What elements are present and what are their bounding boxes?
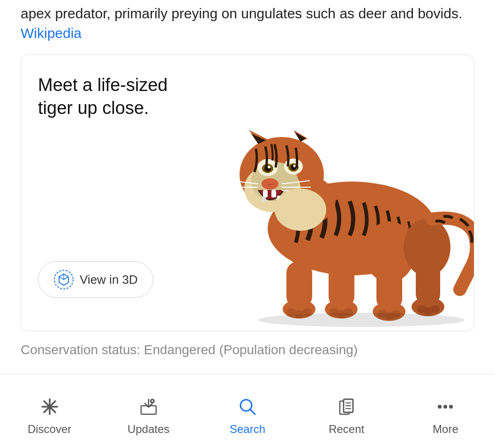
svg-point-76	[449, 405, 453, 409]
discover-label: Discover	[28, 423, 71, 436]
svg-line-67	[250, 410, 255, 414]
search-label: Search	[230, 423, 265, 436]
svg-point-60	[48, 405, 52, 409]
svg-point-21	[293, 165, 296, 167]
nav-item-recent[interactable]: Recent	[297, 387, 396, 436]
nav-item-discover[interactable]: Discover	[0, 387, 99, 436]
svg-rect-25	[262, 197, 266, 202]
svg-line-4	[59, 277, 64, 280]
card-left-section: Meet a life-sized tiger up close. View i…	[21, 55, 240, 331]
top-paragraph: apex predator, primarily preying on ungu…	[0, 0, 495, 43]
nav-item-updates[interactable]: Updates	[99, 387, 198, 436]
cube-3d-icon	[53, 269, 74, 290]
svg-point-20	[268, 166, 270, 168]
svg-rect-24	[271, 190, 276, 197]
svg-point-32	[275, 189, 326, 231]
svg-point-35	[286, 308, 296, 316]
updates-icon	[136, 395, 161, 419]
svg-point-54	[430, 305, 440, 313]
svg-rect-23	[263, 190, 268, 197]
svg-point-55	[258, 313, 465, 327]
more-label: More	[433, 423, 458, 436]
search-icon	[235, 395, 260, 419]
nav-item-more[interactable]: More	[396, 387, 495, 436]
card-title: Meet a life-sized tiger up close.	[38, 74, 207, 120]
more-icon	[433, 395, 458, 419]
svg-point-74	[438, 405, 442, 409]
bottom-navigation: Discover Updates Search	[0, 374, 495, 448]
paragraph-text: apex predator, primarily preying on ungu…	[21, 6, 462, 21]
tiger-image	[240, 55, 474, 331]
discover-icon	[38, 395, 62, 419]
view-in-3d-button[interactable]: View in 3D	[38, 261, 153, 298]
updates-label: Updates	[128, 423, 169, 436]
view-3d-label: View in 3D	[80, 273, 138, 287]
svg-line-3	[64, 277, 68, 280]
wikipedia-link[interactable]: Wikipedia	[21, 25, 82, 41]
tiger-illustration	[240, 83, 474, 327]
nav-item-search[interactable]: Search	[198, 387, 297, 436]
recent-label: Recent	[329, 423, 364, 436]
conservation-status: Conservation status: Endangered (Populat…	[0, 331, 495, 369]
svg-point-75	[443, 405, 447, 409]
recent-icon	[334, 395, 359, 419]
conservation-label: Conservation status:	[21, 342, 140, 357]
view-3d-card: Meet a life-sized tiger up close. View i…	[21, 54, 474, 331]
conservation-value: Endangered (Population decreasing)	[144, 342, 358, 357]
